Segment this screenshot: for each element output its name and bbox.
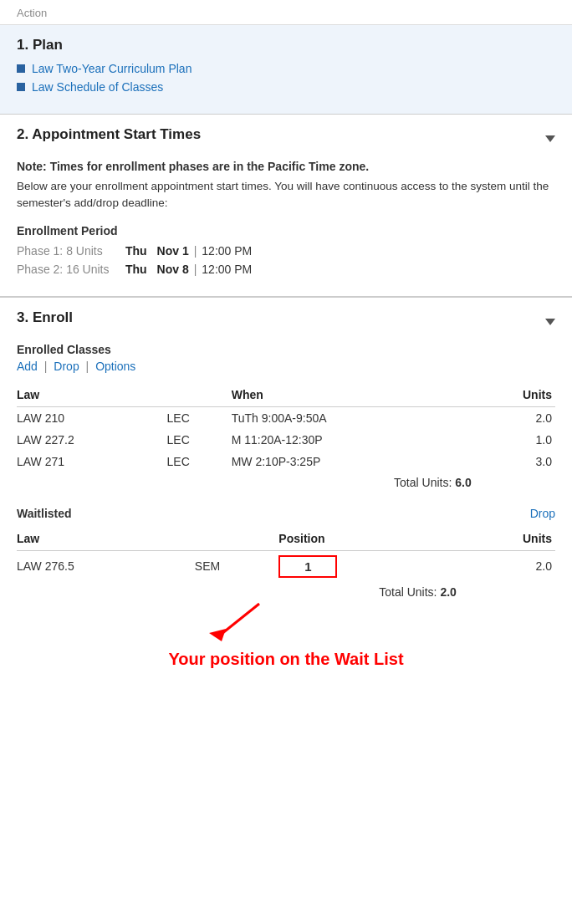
enrollment-period-title: Enrollment Period: [17, 224, 555, 237]
waitlist-table: Law Position Units LAW 276.5 SEM 1: [17, 528, 555, 603]
wl-col-law: Law: [17, 528, 195, 551]
action-label: Action: [17, 7, 47, 19]
section2-title: 2. Appointment Start Times: [17, 126, 201, 143]
enrollment-row-2: Phase 2: 16 Units Thu Nov 8 | 12:00 PM: [17, 263, 555, 276]
row2-when: M 11:20A-12:30P: [232, 429, 475, 451]
wl-position-header-text: Position: [278, 532, 324, 545]
table-row: LAW 210 LEC TuTh 9:00A-9:50A 2.0: [17, 406, 555, 429]
bullet-icon-2: [17, 83, 25, 91]
law-schedule-link[interactable]: Law Schedule of Classes: [32, 80, 163, 94]
row3-type: LEC: [167, 451, 232, 472]
enrolled-actions: Add | Drop | Options: [17, 360, 555, 373]
section1-title: 1. Plan: [17, 37, 555, 54]
row1-course: LAW 210: [17, 406, 167, 429]
row2-units: 1.0: [475, 429, 555, 451]
row3-course: LAW 271: [17, 451, 167, 472]
add-link[interactable]: Add: [17, 360, 38, 373]
position-value: 1: [304, 559, 311, 574]
phase2-sep: |: [194, 263, 197, 276]
phase2-time: 12:00 PM: [202, 263, 252, 276]
row1-type: LEC: [167, 406, 232, 429]
sep1: |: [44, 360, 51, 373]
section2-note-text: Below are your enrollment appointment st…: [17, 178, 555, 212]
phase1-time: 12:00 PM: [202, 244, 252, 258]
wl-row1-course: LAW 276.5: [17, 550, 195, 582]
drop-link[interactable]: Drop: [54, 360, 79, 373]
plan-link-item-2: Law Schedule of Classes: [17, 80, 555, 94]
phase1-date: Nov 1: [157, 244, 189, 258]
waitlist-row: LAW 276.5 SEM 1 2.0: [17, 550, 555, 582]
red-arrow-icon: [201, 600, 268, 641]
row3-when: MW 2:10P-3:25P: [232, 451, 475, 472]
table-row: LAW 227.2 LEC M 11:20A-12:30P 1.0: [17, 429, 555, 451]
row3-units: 3.0: [475, 451, 555, 472]
phase2-day: Thu: [125, 263, 147, 276]
options-link[interactable]: Options: [95, 360, 135, 373]
section2-dropdown-icon[interactable]: [545, 135, 555, 142]
waitlisted-title: Waitlisted: [17, 507, 72, 520]
section-appointment: 2. Appointment Start Times Note: Times f…: [0, 115, 572, 297]
section3-header-row: 3. Enroll: [17, 309, 555, 334]
waitlist-table-header: Law Position Units: [17, 528, 555, 551]
phase2-date: Nov 8: [157, 263, 189, 276]
page-container: Action 1. Plan Law Two-Year Curriculum P…: [0, 0, 572, 686]
phase1-sep: |: [194, 244, 197, 258]
position-box: 1: [278, 555, 337, 578]
wl-row1-units: 2.0: [460, 550, 555, 582]
waitlisted-drop-link[interactable]: Drop: [530, 507, 555, 520]
arrow-annotation: [17, 600, 555, 641]
wl-row1-type: SEM: [195, 550, 278, 582]
col-units: Units: [475, 385, 555, 407]
phase1-label: Phase 1: 8 Units: [17, 244, 125, 258]
wl-col-units: Units: [460, 528, 555, 551]
row2-course: LAW 227.2: [17, 429, 167, 451]
wl-row1-position: 1: [278, 550, 460, 582]
sep2: |: [86, 360, 93, 373]
enrollment-row-1: Phase 1: 8 Units Thu Nov 1 | 12:00 PM: [17, 244, 555, 258]
section2-note-bold: Note: Times for enrollment phases are in…: [17, 160, 555, 173]
bullet-icon-1: [17, 64, 25, 73]
enrolled-classes-title: Enrolled Classes: [17, 343, 555, 356]
total-row: Total Units: 6.0: [17, 472, 555, 493]
section3-title: 3. Enroll: [17, 309, 73, 326]
waitlist-total-label: Total Units:: [379, 585, 437, 599]
section3-dropdown-icon[interactable]: [545, 319, 555, 325]
row1-units: 2.0: [475, 406, 555, 429]
table-row: LAW 271 LEC MW 2:10P-3:25P 3.0: [17, 451, 555, 472]
section-plan: 1. Plan Law Two-Year Curriculum Plan Law…: [0, 25, 572, 115]
wl-col-position: Position: [278, 528, 460, 551]
waitlisted-header: Waitlisted Drop: [17, 507, 555, 520]
law-curriculum-link[interactable]: Law Two-Year Curriculum Plan: [32, 62, 192, 75]
enrolled-classes-table: Law When Units LAW 210 LEC TuTh 9:00A-9:…: [17, 385, 555, 493]
col-law: Law: [17, 385, 167, 407]
col-when: When: [232, 385, 475, 407]
svg-marker-1: [209, 629, 226, 641]
row1-when: TuTh 9:00A-9:50A: [232, 406, 475, 429]
enrolled-table-header: Law When Units: [17, 385, 555, 407]
waitlist-message: Your position on the Wait List: [17, 650, 555, 669]
position-cell-wrapper: 1: [278, 555, 337, 578]
phase2-label: Phase 2: 16 Units: [17, 263, 125, 276]
total-label-text: Total Units:: [394, 476, 452, 489]
total-value: 6.0: [455, 476, 471, 489]
wl-col-spacer: [195, 528, 278, 551]
row2-type: LEC: [167, 429, 232, 451]
section-enroll: 3. Enroll Enrolled Classes Add | Drop | …: [0, 298, 572, 686]
total-label: Total Units: 6.0: [17, 472, 475, 493]
col-type-spacer: [167, 385, 232, 407]
phase1-day: Thu: [125, 244, 147, 258]
plan-link-item-1: Law Two-Year Curriculum Plan: [17, 62, 555, 75]
section2-header-row: 2. Appointment Start Times: [17, 126, 555, 151]
waitlist-total-value: 2.0: [440, 585, 456, 599]
action-header: Action: [0, 0, 572, 25]
